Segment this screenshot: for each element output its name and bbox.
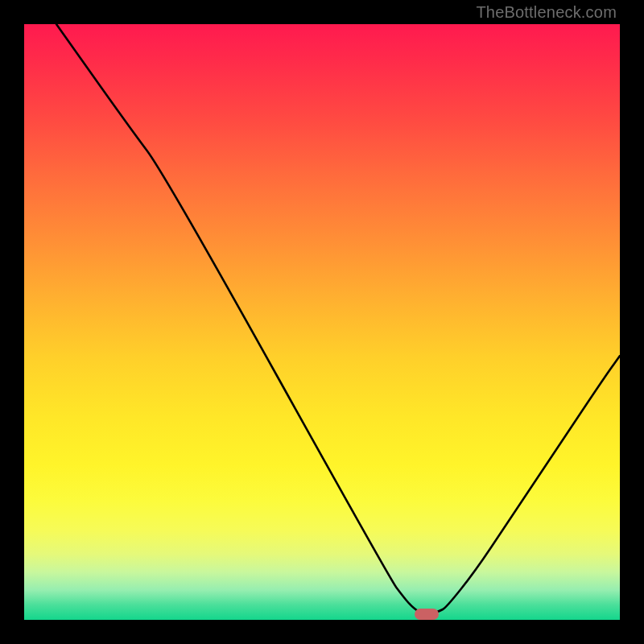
watermark-text: TheBottleneck.com [476,3,617,22]
plot-area [24,24,620,620]
bottleneck-curve [24,24,620,620]
chart-frame: TheBottleneck.com [0,0,644,644]
highlight-marker [415,609,439,620]
curve-path [56,24,620,615]
